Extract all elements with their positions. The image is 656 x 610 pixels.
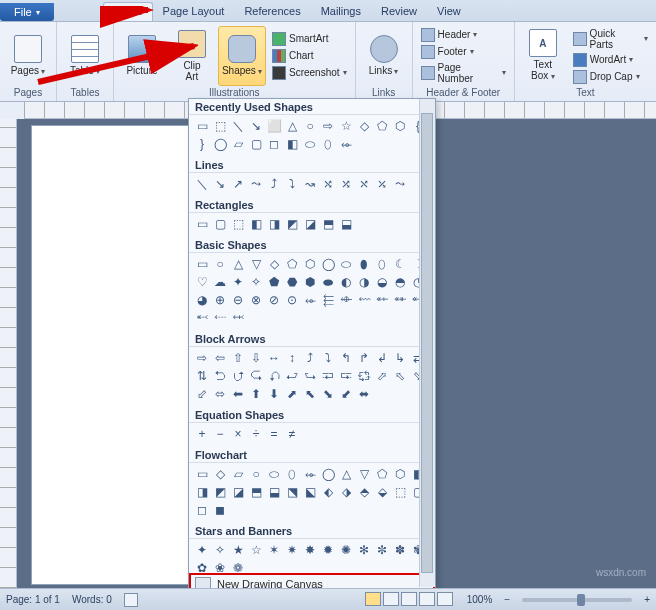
shape-item[interactable]: ⤭ — [319, 175, 337, 193]
shape-item[interactable]: ⬴ — [373, 291, 391, 309]
shape-item[interactable]: ⬔ — [283, 483, 301, 501]
shape-item[interactable]: ◩ — [211, 483, 229, 501]
shape-item[interactable]: ☆ — [337, 117, 355, 135]
shape-item[interactable]: ⬒ — [247, 483, 265, 501]
shape-item[interactable]: ◐ — [337, 273, 355, 291]
shape-item[interactable]: ↕ — [283, 349, 301, 367]
shapes-scrollbar[interactable] — [419, 99, 435, 587]
shape-item[interactable]: ⤵ — [319, 349, 337, 367]
shape-item[interactable]: ≠ — [283, 425, 301, 443]
shape-item[interactable]: ⬵ — [391, 291, 409, 309]
shape-item[interactable]: ⬀ — [373, 367, 391, 385]
shape-item[interactable]: ◪ — [301, 215, 319, 233]
shape-item[interactable]: ↲ — [373, 349, 391, 367]
shape-item[interactable]: ◼ — [211, 501, 229, 519]
shape-item[interactable]: ⬠ — [373, 117, 391, 135]
shape-item[interactable]: ◯ — [211, 135, 229, 153]
shape-item[interactable]: ⮒ — [319, 367, 337, 385]
shape-item[interactable]: ⬚ — [211, 117, 229, 135]
shape-item[interactable]: ✹ — [319, 541, 337, 559]
shape-item[interactable]: ⤯ — [355, 175, 373, 193]
shape-item[interactable]: ♡ — [193, 273, 211, 291]
shape-item[interactable]: ▽ — [247, 255, 265, 273]
picture-button[interactable]: Picture — [118, 26, 166, 86]
shape-item[interactable]: ⊕ — [211, 291, 229, 309]
shape-item[interactable]: ⬁ — [391, 367, 409, 385]
shape-item[interactable]: ⬭ — [337, 255, 355, 273]
shape-item[interactable]: ✧ — [211, 541, 229, 559]
tab-view[interactable]: View — [427, 3, 471, 21]
shape-item[interactable]: ▭ — [193, 255, 211, 273]
shape-item[interactable]: ⤴ — [301, 349, 319, 367]
shape-item[interactable]: ⬕ — [301, 483, 319, 501]
shape-item[interactable]: × — [229, 425, 247, 443]
shape-item[interactable]: ⮎ — [247, 367, 265, 385]
shape-item[interactable]: ⬓ — [337, 215, 355, 233]
shape-item[interactable]: ⇨ — [193, 349, 211, 367]
shape-item[interactable]: ☁ — [211, 273, 229, 291]
shape-item[interactable]: ⬠ — [373, 465, 391, 483]
shape-item[interactable]: ▢ — [211, 215, 229, 233]
shape-item[interactable]: △ — [337, 465, 355, 483]
shape-item[interactable]: ↰ — [337, 349, 355, 367]
shape-item[interactable]: ＼ — [229, 117, 247, 135]
quick-parts-button[interactable]: Quick Parts — [569, 27, 652, 51]
status-page[interactable]: Page: 1 of 1 — [6, 594, 60, 605]
tab-review[interactable]: Review — [371, 3, 427, 21]
smartart-button[interactable]: SmartArt — [268, 31, 351, 47]
shape-item[interactable]: + — [193, 425, 211, 443]
status-lang-icon[interactable] — [124, 593, 138, 607]
shape-item[interactable]: ＼ — [193, 175, 211, 193]
tab-references[interactable]: References — [234, 3, 310, 21]
shape-item[interactable]: ◑ — [355, 273, 373, 291]
shape-item[interactable]: ○ — [247, 465, 265, 483]
links-button[interactable]: Links — [360, 26, 408, 86]
shape-item[interactable]: ⇨ — [319, 117, 337, 135]
shape-item[interactable]: ✻ — [355, 541, 373, 559]
shape-item[interactable]: ◇ — [265, 255, 283, 273]
shape-item[interactable]: ☾ — [391, 255, 409, 273]
shape-item[interactable]: ⮓ — [337, 367, 355, 385]
footer-button[interactable]: Footer — [417, 44, 510, 60]
shape-item[interactable]: ⬗ — [337, 483, 355, 501]
shape-item[interactable]: ✧ — [247, 273, 265, 291]
shape-item[interactable]: ✸ — [301, 541, 319, 559]
shape-item[interactable]: ⇧ — [229, 349, 247, 367]
shape-item[interactable]: ⊙ — [283, 291, 301, 309]
shape-item[interactable]: ▭ — [193, 117, 211, 135]
zoom-in[interactable]: + — [644, 594, 650, 605]
shape-item[interactable]: ⬣ — [283, 273, 301, 291]
shape-item[interactable]: ⬜ — [265, 117, 283, 135]
shape-item[interactable]: ◻ — [193, 501, 211, 519]
shape-item[interactable]: ⬡ — [391, 117, 409, 135]
page[interactable] — [31, 125, 211, 585]
shape-item[interactable]: ⇩ — [247, 349, 265, 367]
shape-item[interactable]: ⤮ — [337, 175, 355, 193]
shape-item[interactable]: ⬬ — [319, 273, 337, 291]
pages-button[interactable]: Pages — [4, 26, 52, 86]
shape-item[interactable]: ⬱ — [319, 291, 337, 309]
shape-item[interactable]: ⬷ — [193, 309, 211, 327]
shape-item[interactable]: ◧ — [283, 135, 301, 153]
zoom-out[interactable]: − — [504, 594, 510, 605]
shape-item[interactable]: ↘ — [247, 117, 265, 135]
shape-item[interactable]: ⬡ — [301, 255, 319, 273]
shape-item[interactable]: ⬌ — [355, 385, 373, 403]
shape-item[interactable]: ◒ — [373, 273, 391, 291]
shape-item[interactable]: ◯ — [319, 465, 337, 483]
shape-item[interactable]: ⬰ — [301, 465, 319, 483]
shape-item[interactable]: ⊗ — [247, 291, 265, 309]
shape-item[interactable]: ▽ — [355, 465, 373, 483]
header-button[interactable]: Header — [417, 27, 510, 43]
shape-item[interactable]: ⤴ — [265, 175, 283, 193]
shape-item[interactable]: ↗ — [229, 175, 247, 193]
shape-item[interactable]: ▢ — [247, 135, 265, 153]
shape-item[interactable]: ⬃ — [193, 385, 211, 403]
shape-item[interactable]: ÷ — [247, 425, 265, 443]
shape-item[interactable]: ⬄ — [211, 385, 229, 403]
shape-item[interactable]: = — [265, 425, 283, 443]
shape-item[interactable]: ⮌ — [211, 367, 229, 385]
shape-item[interactable]: ✷ — [283, 541, 301, 559]
shape-item[interactable]: ✶ — [265, 541, 283, 559]
shape-item[interactable]: ◧ — [247, 215, 265, 233]
